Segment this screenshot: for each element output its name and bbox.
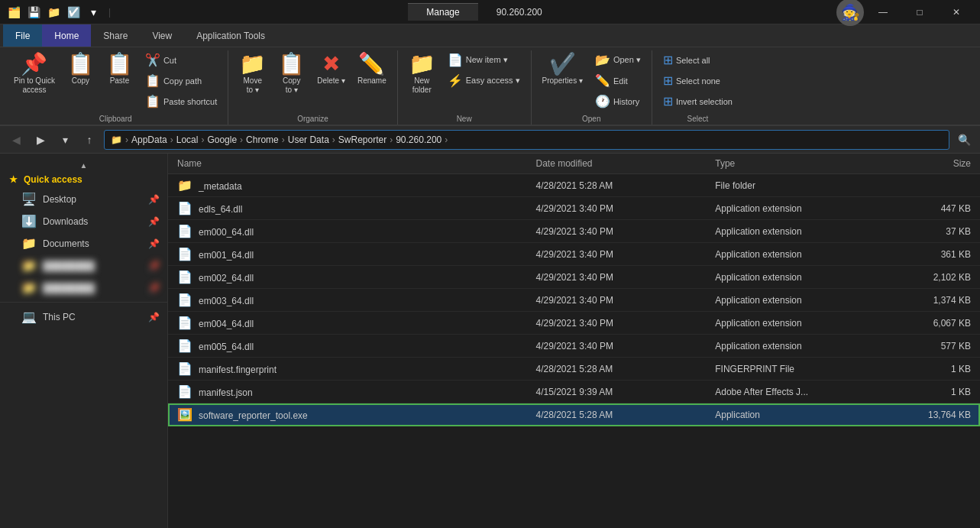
minimize-button[interactable]: — bbox=[865, 0, 901, 24]
sidebar-item-desktop[interactable]: 🖥️ Desktop 📌 bbox=[0, 188, 167, 210]
tab-view[interactable]: View bbox=[140, 24, 184, 47]
easy-access-button[interactable]: ⚡ Easy access ▾ bbox=[443, 71, 525, 90]
select-none-button[interactable]: ⊞ Select none bbox=[658, 71, 737, 90]
file-row-selected[interactable]: 🖼️software_reporter_tool.exe 4/28/2021 5… bbox=[168, 403, 980, 426]
search-button[interactable]: 🔍 bbox=[954, 130, 974, 150]
history-button[interactable]: 🕐 History bbox=[590, 92, 645, 111]
file-row[interactable]: 📄manifest.json 4/15/2021 9:39 AM Adobe A… bbox=[168, 381, 980, 403]
paste-icon: 📋 bbox=[106, 53, 133, 75]
dropdown-icon[interactable]: ▾ bbox=[86, 5, 101, 20]
documents-icon: 📁 bbox=[21, 236, 37, 251]
file-row[interactable]: 📄em003_64.dll 4/29/2021 3:40 PM Applicat… bbox=[168, 289, 980, 312]
new-small-buttons: 📄 New item ▾ ⚡ Easy access ▾ bbox=[443, 50, 525, 90]
up-button[interactable]: ↑ bbox=[79, 130, 99, 150]
copy-to-icon: 📋 bbox=[278, 53, 305, 75]
avatar: 🧙 bbox=[836, 0, 864, 26]
desktop-label: Desktop bbox=[43, 194, 76, 205]
invert-selection-button[interactable]: ⊞ Invert selection bbox=[658, 92, 737, 111]
tab-application-tools[interactable]: Application Tools bbox=[184, 24, 277, 47]
copy-button[interactable]: 📋 Copy bbox=[63, 50, 99, 89]
sidebar-item-downloads[interactable]: ⬇️ Downloads 📌 bbox=[0, 210, 167, 232]
paste-button[interactable]: 📋 Paste bbox=[102, 50, 137, 89]
header-type: Type bbox=[715, 158, 894, 169]
file-name: 📄em002_64.dll bbox=[177, 270, 536, 284]
properties-button[interactable]: ✔️ Properties ▾ bbox=[538, 50, 587, 89]
path-seg-userdata[interactable]: User Data bbox=[288, 134, 329, 145]
new-group: 📁 Newfolder 📄 New item ▾ ⚡ Easy access ▾… bbox=[398, 50, 532, 125]
file-row[interactable]: 📄manifest.fingerprint 4/28/2021 5:28 AM … bbox=[168, 358, 980, 381]
close-button[interactable]: ✕ bbox=[939, 0, 974, 24]
file-size: 6,067 KB bbox=[894, 318, 971, 329]
file-type: Application extension bbox=[715, 226, 894, 237]
pin-to-quick-access-button[interactable]: 📌 Pin to Quickaccess bbox=[9, 50, 60, 98]
this-pc-icon: 💻 bbox=[21, 309, 37, 324]
clipboard-group: 📌 Pin to Quickaccess 📋 Copy 📋 Paste ✂️ C… bbox=[3, 50, 228, 125]
easy-access-label: Easy access ▾ bbox=[466, 76, 520, 86]
file-row[interactable]: 📄em000_64.dll 4/29/2021 3:40 PM Applicat… bbox=[168, 220, 980, 243]
file-date: 4/29/2021 3:40 PM bbox=[536, 249, 716, 260]
tab-file[interactable]: File bbox=[3, 24, 42, 47]
back-button[interactable]: ◀ bbox=[6, 130, 26, 150]
open-button[interactable]: 📂 Open ▾ bbox=[590, 50, 645, 70]
clipboard-small-buttons: ✂️ Cut 📋 Copy path 📋 Paste shortcut bbox=[141, 50, 222, 111]
file-row[interactable]: 📁_metadata 4/28/2021 5:28 AM File folder bbox=[168, 174, 980, 197]
paste-shortcut-button[interactable]: 📋 Paste shortcut bbox=[141, 92, 222, 111]
select-group: ⊞ Select all ⊞ Select none ⊞ Invert sele… bbox=[652, 50, 743, 125]
title-bar-icons: 🗂️ 💾 📁 ☑️ ▾ | bbox=[6, 5, 114, 20]
quick-access-header[interactable]: ★ Quick access bbox=[0, 171, 167, 188]
recent-locations-button[interactable]: ▾ bbox=[55, 130, 75, 150]
json-icon: 📄 bbox=[177, 385, 192, 398]
delete-button[interactable]: ✖ Delete ▾ bbox=[312, 50, 350, 89]
invert-selection-icon: ⊞ bbox=[663, 94, 673, 109]
blurred1-icon: 📁 bbox=[21, 258, 37, 273]
exe-icon: 🖼️ bbox=[177, 408, 192, 421]
address-path[interactable]: 📁 › AppData › Local › Google › Chrome › … bbox=[104, 130, 949, 150]
desktop-icon: 🖥️ bbox=[21, 192, 37, 206]
sidebar-item-blurred1[interactable]: 📁 ████████ 📌 bbox=[0, 254, 167, 277]
properties-icon: ✔️ bbox=[549, 53, 576, 75]
tab-share[interactable]: Share bbox=[91, 24, 140, 47]
new-item-button[interactable]: 📄 New item ▾ bbox=[443, 50, 525, 70]
open-small-buttons: 📂 Open ▾ ✏️ Edit 🕐 History bbox=[590, 50, 645, 111]
file-row[interactable]: 📄em002_64.dll 4/29/2021 3:40 PM Applicat… bbox=[168, 266, 980, 289]
sidebar-item-blurred2[interactable]: 📁 ████████ 📌 bbox=[0, 277, 167, 299]
file-name: 📄edls_64.dll bbox=[177, 201, 536, 215]
new-folder-button[interactable]: 📁 Newfolder bbox=[404, 50, 440, 98]
fingerprint-icon: 📄 bbox=[177, 362, 192, 375]
file-name: 📄em001_64.dll bbox=[177, 247, 536, 261]
copy-path-icon: 📋 bbox=[145, 73, 160, 88]
pin-indicator: 📌 bbox=[148, 194, 160, 205]
sidebar-item-documents[interactable]: 📁 Documents 📌 bbox=[0, 232, 167, 254]
forward-button[interactable]: ▶ bbox=[31, 130, 50, 150]
file-size: 1 KB bbox=[894, 387, 971, 397]
edit-button[interactable]: ✏️ Edit bbox=[590, 71, 645, 90]
copy-to-button[interactable]: 📋 Copyto ▾ bbox=[273, 50, 309, 98]
sidebar-item-this-pc[interactable]: 💻 This PC 📌 bbox=[0, 306, 167, 328]
sidebar-scroll-up[interactable]: ▲ bbox=[0, 160, 167, 171]
path-seg-local[interactable]: Local bbox=[176, 134, 199, 145]
pin-indicator-pc: 📌 bbox=[148, 312, 160, 322]
file-row[interactable]: 📄edls_64.dll 4/29/2021 3:40 PM Applicati… bbox=[168, 197, 980, 220]
path-seg-swreporter[interactable]: SwReporter bbox=[338, 134, 387, 145]
file-row[interactable]: 📄em001_64.dll 4/29/2021 3:40 PM Applicat… bbox=[168, 243, 980, 266]
tab-home[interactable]: Home bbox=[42, 24, 91, 47]
copy-path-button[interactable]: 📋 Copy path bbox=[141, 71, 222, 90]
maximize-button[interactable]: □ bbox=[902, 0, 937, 24]
file-row[interactable]: 📄em005_64.dll 4/29/2021 3:40 PM Applicat… bbox=[168, 335, 980, 358]
path-seg-google[interactable]: Google bbox=[207, 134, 237, 145]
file-size: 361 KB bbox=[894, 249, 971, 260]
blurred2-icon: 📁 bbox=[21, 280, 37, 295]
pin-indicator-b1: 📌 bbox=[148, 261, 160, 271]
file-size: 1 KB bbox=[894, 364, 971, 374]
rename-button[interactable]: ✏️ Rename bbox=[353, 50, 391, 89]
path-seg-chrome[interactable]: Chrome bbox=[246, 134, 279, 145]
file-row[interactable]: 📄em004_64.dll 4/29/2021 3:40 PM Applicat… bbox=[168, 312, 980, 335]
move-to-button[interactable]: 📁 Moveto ▾ bbox=[234, 50, 270, 98]
cut-button[interactable]: ✂️ Cut bbox=[141, 50, 222, 70]
open-label: Open ▾ bbox=[613, 55, 641, 65]
select-all-button[interactable]: ⊞ Select all bbox=[658, 50, 737, 70]
path-seg-version[interactable]: 90.260.200 bbox=[396, 134, 441, 145]
file-date: 4/29/2021 3:40 PM bbox=[536, 226, 716, 237]
new-label: New bbox=[398, 115, 531, 123]
path-seg-appdata[interactable]: AppData bbox=[131, 134, 167, 145]
